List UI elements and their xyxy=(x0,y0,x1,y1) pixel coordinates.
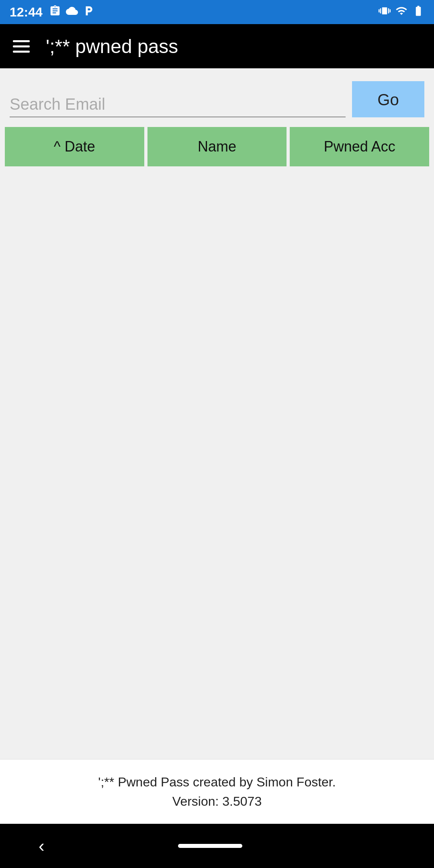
hamburger-menu-button[interactable] xyxy=(13,40,30,53)
footer-line2: Version: 3.5073 xyxy=(6,792,428,811)
sort-buttons: ^ Date Name Pwned Acc xyxy=(0,127,434,166)
sort-name-button[interactable]: Name xyxy=(147,127,287,166)
vibrate-icon xyxy=(379,5,391,20)
battery-icon xyxy=(412,5,424,20)
results-area xyxy=(0,166,434,759)
bottom-nav: ‹ xyxy=(0,824,434,868)
wifi-icon xyxy=(395,5,407,20)
sort-pwned-button[interactable]: Pwned Acc xyxy=(290,127,429,166)
footer: ';** Pwned Pass created by Simon Foster.… xyxy=(0,759,434,824)
status-bar-left: 12:44 xyxy=(10,5,95,20)
back-button[interactable]: ‹ xyxy=(32,833,51,859)
home-pill[interactable] xyxy=(178,844,242,848)
clipboard-icon xyxy=(49,5,61,20)
status-time: 12:44 xyxy=(10,5,43,20)
search-input[interactable] xyxy=(10,92,346,117)
search-input-container xyxy=(10,92,346,117)
parking-icon xyxy=(83,5,95,20)
app-bar: ';** pwned pass xyxy=(0,24,434,68)
main-content: Go ^ Date Name Pwned Acc ';** Pwned Pass… xyxy=(0,68,434,824)
sort-date-button[interactable]: ^ Date xyxy=(5,127,144,166)
footer-line1: ';** Pwned Pass created by Simon Foster. xyxy=(6,772,428,792)
app-title: ';** pwned pass xyxy=(46,35,178,57)
search-area: Go xyxy=(0,68,434,124)
status-bar: 12:44 xyxy=(0,0,434,24)
go-button[interactable]: Go xyxy=(352,81,424,117)
cloud-icon xyxy=(66,5,78,20)
status-icons-right xyxy=(379,5,424,20)
status-icons-left xyxy=(49,5,95,20)
